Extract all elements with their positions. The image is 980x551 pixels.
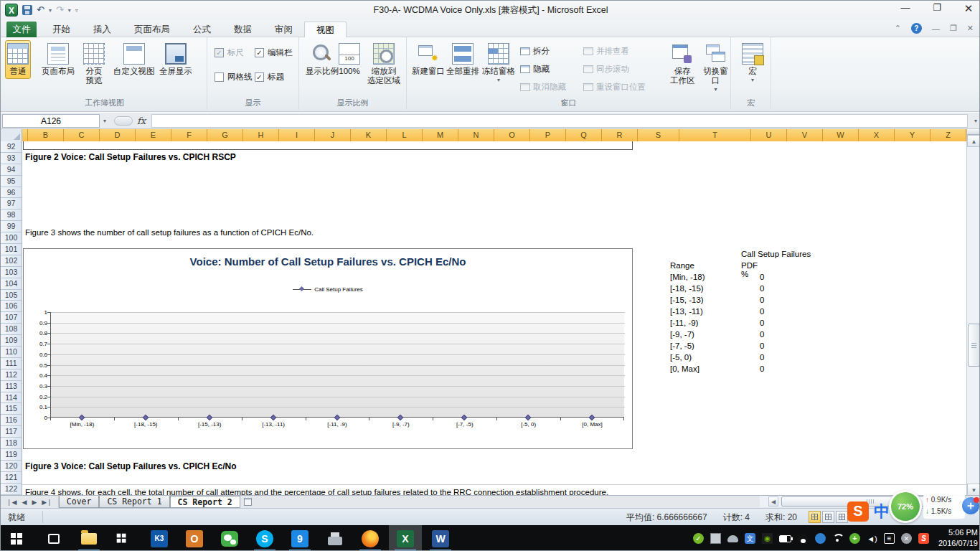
row-header-101[interactable]: 101 [1,244,22,255]
volume-icon[interactable]: ◄) [867,533,877,544]
next-sheet-icon[interactable]: ▶ [32,499,37,506]
file-tab[interactable]: 文件 [6,22,37,37]
antivirus-icon[interactable]: ✓ [693,533,704,544]
row-header-118[interactable]: 118 [1,438,22,449]
save-workspace-button[interactable]: 保存 工作区 [668,40,697,88]
last-sheet-icon[interactable]: ▶❘ [42,499,52,506]
column-header-T[interactable]: T [679,129,751,141]
column-header-K[interactable]: K [351,129,387,141]
firefox[interactable] [354,525,387,551]
first-sheet-icon[interactable]: ❘◀ [6,499,17,506]
ribbon-tab-数据[interactable]: 数据 [222,22,263,37]
row-header-119[interactable]: 119 [1,449,22,461]
excel[interactable]: X [389,525,422,551]
column-header-A[interactable] [22,129,28,141]
column-header-M[interactable]: M [423,129,458,141]
column-header-Y[interactable]: Y [895,129,930,141]
chart-call-setup-failures[interactable]: Voice: Number of Call Setup Failures vs.… [23,248,633,449]
formula-bar-expand-icon[interactable]: ▾ [971,118,980,124]
unhide-button[interactable]: 取消隐藏 [520,82,566,93]
ribbon-tab-插入[interactable]: 插入 [82,22,123,37]
vertical-scroll-thumb[interactable] [968,324,980,367]
column-header-X[interactable]: X [859,129,895,141]
arrange-all-button[interactable]: 全部重排 [444,40,481,79]
ruler-checkbox[interactable]: 标尺 [215,47,244,58]
row-header-107[interactable]: 107 [1,312,22,324]
skype[interactable]: S [248,525,281,551]
window-grid-icon[interactable] [710,533,721,544]
print-utility[interactable] [319,525,352,551]
action-center-icon[interactable]: ≡ [884,533,895,544]
column-header-P[interactable]: P [530,129,566,141]
k3-app[interactable]: K3 [143,525,176,551]
hide-button[interactable]: 隐藏 [520,64,550,75]
word[interactable]: W [424,525,457,551]
column-header-E[interactable]: E [136,129,171,141]
custom-views-button[interactable]: 自定义视图 [111,40,157,79]
column-header-Z[interactable]: Z [930,129,966,141]
insert-function-icon[interactable]: fx [137,116,146,126]
sogou-blue-icon[interactable]: 文 [745,533,755,544]
row-header-93[interactable]: 93 [1,153,22,164]
scroll-down-icon[interactable]: ▼ [967,484,980,496]
sheet-tab-cover[interactable]: Cover [59,496,100,508]
row-header-110[interactable]: 110 [1,347,22,358]
view-side-by-side-button[interactable]: 并排查看 [583,46,629,57]
minimize-button[interactable]: — [899,2,912,15]
row-header-95[interactable]: 95 [1,176,22,187]
row-header-116[interactable]: 116 [1,415,22,426]
wifi-icon[interactable] [832,533,843,544]
ribbon-tab-开始[interactable]: 开始 [41,22,82,37]
row-header-121[interactable]: 121 [1,472,22,484]
column-header-V[interactable]: V [787,129,823,141]
outlook[interactable]: O [178,525,211,551]
column-header-U[interactable]: U [751,129,787,141]
speed-ball-widget[interactable]: 72% [889,490,922,523]
collapse-ribbon-icon[interactable]: ⌃ [895,24,901,33]
full-screen-button[interactable]: 全屏显示 [157,40,194,79]
ribbon-tab-审阅[interactable]: 审阅 [263,22,304,37]
normal-view-shortcut[interactable] [809,511,821,523]
sheet-tab-cs-report-1[interactable]: CS Report 1 [99,496,169,508]
freeze-panes-button[interactable]: 冻结窗格▾ [480,40,517,86]
sogou-input-icon[interactable]: S [847,501,869,522]
normal-view-button[interactable]: 普通 [5,40,31,79]
formula-bar-checkbox[interactable]: 编辑栏 [255,47,293,58]
formula-input[interactable] [151,114,968,128]
close-button[interactable]: ✕ [962,2,975,15]
row-header-122[interactable]: 122 [1,484,22,495]
messaging-app[interactable]: 9 [283,525,316,551]
row-header-113[interactable]: 113 [1,381,22,392]
vertical-scrollbar[interactable]: ▲ ▼ [966,129,980,496]
name-box-dropdown-icon[interactable]: ▾ [100,114,110,128]
column-header-O[interactable]: O [494,129,530,141]
row-header-115[interactable]: 115 [1,403,22,415]
row-header-112[interactable]: 112 [1,369,22,381]
headings-checkbox-box-icon[interactable] [255,72,264,82]
new-window-button[interactable]: 新建窗口 [410,40,447,79]
battery-icon[interactable] [779,535,791,542]
nvidia-icon[interactable] [762,533,773,544]
column-header-J[interactable]: J [315,129,351,141]
cloud-icon[interactable] [727,535,738,542]
insert-worksheet-button[interactable] [240,496,256,508]
row-header-92[interactable]: 92 [1,141,22,153]
select-all-corner[interactable] [1,129,22,141]
row-header-102[interactable]: 102 [1,255,22,267]
row-header-94[interactable]: 94 [1,164,22,176]
column-header-L[interactable]: L [387,129,423,141]
close-gray-icon[interactable]: ✕ [901,533,912,544]
ribbon-tab-页面布局[interactable]: 页面布局 [123,22,182,37]
help-icon[interactable]: ? [911,23,922,34]
ribbon-tab-公式[interactable]: 公式 [182,22,222,37]
network-app-icon[interactable] [815,533,826,544]
row-header-105[interactable]: 105 [1,290,22,301]
file-explorer[interactable] [72,525,105,551]
row-header-120[interactable]: 120 [1,461,22,472]
column-header-C[interactable]: C [64,129,100,141]
column-header-Q[interactable]: Q [566,129,602,141]
row-header-103[interactable]: 103 [1,267,22,278]
wechat[interactable] [213,525,246,551]
workbook-minimize-icon[interactable]: — [932,24,940,33]
column-header-R[interactable]: R [602,129,638,141]
